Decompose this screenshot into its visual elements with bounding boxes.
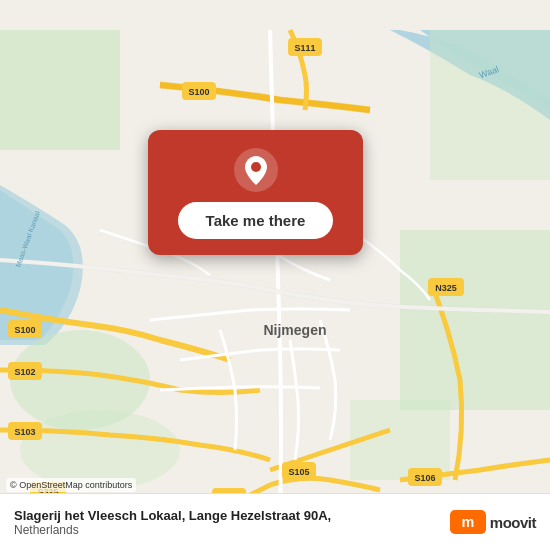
location-country: Netherlands: [14, 523, 331, 537]
svg-text:S111: S111: [294, 43, 315, 53]
svg-text:S100: S100: [14, 325, 35, 335]
svg-text:S106: S106: [414, 473, 435, 483]
bottom-bar: Slagerij het Vleesch Lokaal, Lange Hezel…: [0, 493, 550, 550]
take-me-there-button[interactable]: Take me there: [178, 202, 334, 239]
svg-rect-2: [430, 30, 550, 180]
svg-text:S105: S105: [288, 467, 309, 477]
location-info: Slagerij het Vleesch Lokaal, Lange Hezel…: [14, 508, 331, 537]
svg-text:S103: S103: [14, 427, 35, 437]
popup-card: Take me there: [148, 130, 363, 255]
svg-rect-1: [400, 230, 550, 410]
svg-text:Nijmegen: Nijmegen: [263, 322, 326, 338]
moovit-logo: m moovit: [450, 504, 536, 540]
location-name: Slagerij het Vleesch Lokaal, Lange Hezel…: [14, 508, 331, 523]
svg-point-30: [251, 162, 261, 172]
moovit-logo-svg: m: [450, 504, 486, 540]
svg-text:S102: S102: [14, 367, 35, 377]
moovit-text: moovit: [490, 514, 536, 531]
svg-rect-0: [0, 30, 120, 150]
map-attribution: © OpenStreetMap contributors: [6, 478, 136, 492]
map-container: S111 S100 S100 S102 S103 S104 S105 S106 …: [0, 0, 550, 550]
location-pin-icon: [234, 148, 278, 192]
svg-text:m: m: [461, 514, 474, 530]
svg-text:N325: N325: [435, 283, 457, 293]
map-svg: S111 S100 S100 S102 S103 S104 S105 S106 …: [0, 0, 550, 550]
svg-text:S100: S100: [188, 87, 209, 97]
